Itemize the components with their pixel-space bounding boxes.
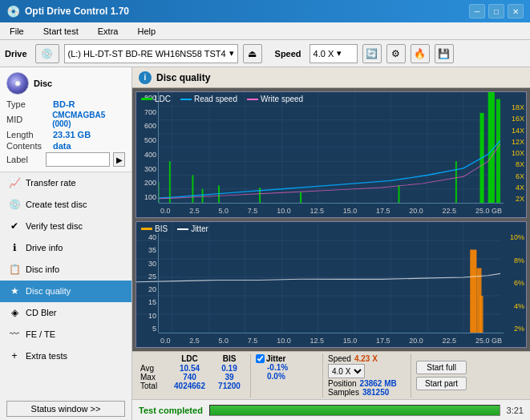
disc-mid-value: CMCMAGBA5 (000) [52, 111, 125, 128]
sidebar-item-disc-info[interactable]: 📋 Disc info [0, 259, 131, 281]
sidebar-item-drive-info[interactable]: ℹ Drive info [0, 237, 131, 259]
disc-label-row: Label ▶ [6, 152, 125, 167]
eject-button[interactable]: ⏏ [243, 44, 262, 63]
jitter-label: Jitter [266, 354, 285, 363]
y1-100: 100 [138, 193, 156, 201]
drive-label: Drive [5, 49, 27, 59]
sidebar-item-extra-tests[interactable]: + Extra tests [0, 345, 131, 367]
stats-total-ldc: 4024662 [168, 382, 212, 390]
sidebar-item-verify-test-disc[interactable]: ✔ Verify test disc [0, 216, 131, 237]
disc-label-input[interactable] [46, 152, 110, 167]
disc-mid-label: MID [6, 115, 52, 124]
y2-10: 10 [138, 312, 156, 320]
chart2-y-axis-right: 10% 8% 6% 4% 2% [504, 233, 526, 333]
disc-type-row: Type BD-R [6, 99, 125, 109]
save-button[interactable]: 💾 [435, 44, 454, 63]
y2-r-4pct: 4% [505, 302, 524, 310]
y1-r-14x: 14X [505, 127, 524, 135]
svg-rect-23 [300, 192, 301, 203]
svg-rect-43 [470, 250, 476, 333]
stats-max-label: Max [140, 373, 166, 382]
chart1-svg [136, 92, 500, 203]
jitter-checkbox[interactable] [256, 354, 265, 363]
svg-rect-19 [192, 176, 193, 204]
fe-te-icon: 〰 [8, 328, 21, 341]
settings-button[interactable]: ⚙ [386, 44, 406, 63]
menu-start-test[interactable]: Start test [37, 25, 85, 38]
y1-500: 500 [138, 136, 156, 144]
disc-mid-row: MID CMCMAGBA5 (000) [6, 111, 125, 128]
sidebar-item-create-test-disc-label: Create test disc [26, 200, 87, 209]
jitter-stats: Jitter -0.1% 0.0% [251, 353, 323, 398]
position-row: Position 23862 MB [328, 379, 406, 388]
x1-225: 22.5 [443, 207, 457, 215]
drive-icon-btn[interactable]: 💿 [35, 44, 59, 63]
jitter-avg-val: -0.1% [256, 363, 318, 372]
chart2-x-axis: 0.0 2.5 5.0 7.5 10.0 12.5 15.0 17.5 20.0… [159, 333, 504, 347]
y2-5: 5 [138, 325, 156, 333]
close-button[interactable]: ✕ [508, 4, 524, 18]
x2-25: 2.5 [189, 337, 200, 345]
speed-label: Speed [275, 49, 301, 59]
stats-ldc-header: LDC [168, 354, 212, 363]
nav-items: 📈 Transfer rate 💿 Create test disc ✔ Ver… [0, 172, 131, 398]
menu-extra[interactable]: Extra [91, 25, 125, 38]
status-text: Test completed [139, 406, 203, 415]
y2-r-10pct: 10% [505, 233, 524, 241]
disc-label-go[interactable]: ▶ [113, 152, 125, 167]
create-test-disc-icon: 💿 [8, 198, 21, 211]
cd-bler-icon: ◈ [8, 306, 21, 319]
sidebar-item-transfer-rate[interactable]: 📈 Transfer rate [0, 172, 131, 194]
disc-contents-row: Contents data [6, 141, 125, 151]
burn-button[interactable]: 🔥 [411, 44, 430, 63]
disc-hole [14, 80, 21, 87]
disc-type-value: BD-R [53, 99, 75, 109]
stats-avg-label: Avg [140, 364, 166, 373]
drive-select[interactable]: (L:) HL-DT-ST BD-RE WH16NS58 TST4 ▾ [64, 44, 238, 63]
minimize-button[interactable]: ─ [469, 4, 485, 18]
speed-select[interactable]: 4.0 X ▾ [310, 44, 358, 63]
status-window-button[interactable]: Status window >> [6, 401, 125, 417]
start-full-button[interactable]: Start full [416, 361, 467, 374]
x2-gb: 25.0 GB [475, 337, 502, 345]
sidebar-item-disc-quality[interactable]: ★ Disc quality [0, 281, 131, 302]
disc-contents-label: Contents [6, 141, 53, 151]
disc-length-row: Length 23.31 GB [6, 130, 125, 139]
stats-max-ldc: 740 [168, 373, 212, 382]
x1-25: 2.5 [189, 207, 200, 215]
maximize-button[interactable]: □ [488, 4, 504, 18]
disc-length-value: 23.31 GB [53, 130, 91, 139]
x2-75: 7.5 [248, 337, 258, 345]
y2-25: 25 [138, 273, 156, 281]
refresh-button[interactable]: 🔄 [362, 44, 382, 63]
svg-rect-20 [202, 189, 204, 203]
x2-200: 20.0 [409, 337, 423, 345]
sidebar-item-fe-te[interactable]: 〰 FE / TE [0, 324, 131, 345]
drive-select-value: (L:) HL-DT-ST BD-RE WH16NS58 TST4 [68, 49, 226, 59]
title-bar: 💿 Opti Drive Control 1.70 ─ □ ✕ [0, 0, 530, 22]
y1-r-6x: 6X [505, 172, 524, 180]
start-part-button[interactable]: Start part [416, 377, 467, 390]
disc-info-icon: 📋 [8, 263, 21, 276]
y1-700: 700 [138, 108, 156, 116]
speed-row: Speed 4.23 X [328, 354, 406, 363]
svg-rect-28 [496, 99, 500, 203]
app-title: Opti Drive Control 1.70 [25, 6, 129, 17]
disc-info-panel: Disc Type BD-R MID CMCMAGBA5 (000) Lengt… [0, 67, 131, 172]
sidebar-item-transfer-rate-label: Transfer rate [26, 178, 76, 188]
x2-150: 15.0 [343, 337, 358, 345]
chart-ldc: LDC Read speed Write speed [136, 91, 527, 218]
sidebar-item-cd-bler[interactable]: ◈ CD Bler [0, 302, 131, 324]
chart1-y-axis-left: 800 700 600 500 400 300 200 100 [136, 92, 159, 203]
toolbar: Drive 💿 (L:) HL-DT-ST BD-RE WH16NS58 TST… [0, 40, 530, 67]
menu-file[interactable]: File [3, 25, 30, 38]
x1-100: 10.0 [277, 207, 291, 215]
menu-help[interactable]: Help [131, 25, 162, 38]
menu-bar: File Start test Extra Help [0, 22, 530, 40]
svg-rect-22 [259, 188, 261, 203]
chart2-svg [136, 222, 500, 333]
speed-pos-stats: Speed 4.23 X 4.0 X 2.0 X 8.0 X Position … [323, 353, 411, 398]
speed-select-dropdown[interactable]: 4.0 X 2.0 X 8.0 X [328, 364, 365, 378]
status-window-label: Status window >> [31, 404, 101, 414]
sidebar-item-create-test-disc[interactable]: 💿 Create test disc [0, 194, 131, 216]
